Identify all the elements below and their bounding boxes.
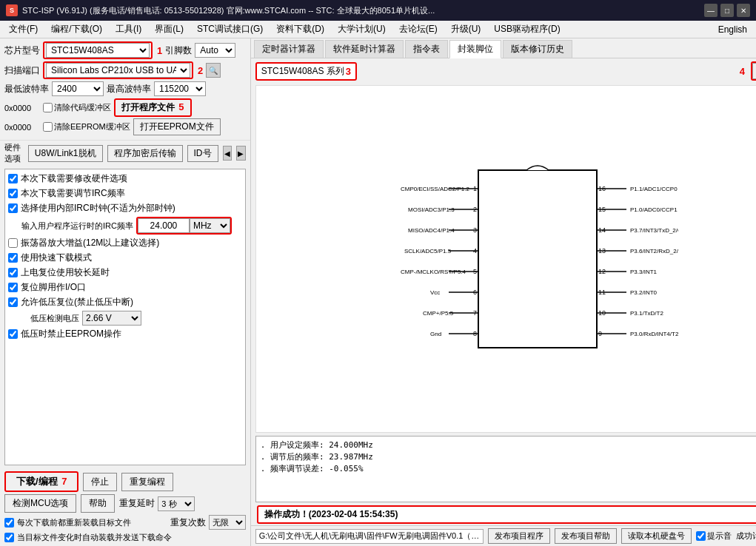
menu-english[interactable]: English xyxy=(712,23,753,36)
opt9-checkbox[interactable] xyxy=(8,329,18,339)
svg-text:MISO/ADC4/P1.4: MISO/ADC4/P1.4 xyxy=(408,227,455,234)
open-eeprom-button[interactable]: 打开EEPROM文件 xyxy=(133,118,221,135)
delay-select[interactable]: 3 秒 xyxy=(158,496,195,511)
svg-text:P3.3/INT1: P3.3/INT1 xyxy=(630,269,658,275)
status-row: 操作成功！(2023-02-04 15:54:35) 8 xyxy=(251,504,756,525)
clear-code-check[interactable]: 清除代码缓冲区 xyxy=(43,102,111,113)
freq-unit-select[interactable]: MHz xyxy=(190,218,230,233)
auto-reload-row: 当目标文件变化时自动装载并发送下载命令 xyxy=(4,532,246,543)
ic-diagram: 1 CMP0/ECI/SS/ADC2/P1.2 2 MOSI/ADC3/P1.3… xyxy=(255,85,756,433)
port-select[interactable]: Silicon Labs CP210x USB to UA xyxy=(46,63,190,78)
chip-selector-row: STC15W408AS 系列 3 4 SOP16 DIP16 xyxy=(251,58,756,84)
beep-check[interactable]: 提示音 xyxy=(696,530,732,542)
bottom-buttons: 下载/编程 7 停止 重复编程 检测MCU选项 帮助 重复延时 3 秒 xyxy=(0,468,250,546)
publish-project-button[interactable]: 发布项目程序 xyxy=(488,528,550,544)
clear-code-checkbox[interactable] xyxy=(43,103,53,112)
voltage-select[interactable]: 2.66 V xyxy=(82,311,141,326)
max-baud-label: 最高波特率 xyxy=(107,83,151,95)
help-button[interactable]: 帮助 xyxy=(81,494,115,513)
svg-text:Vcc: Vcc xyxy=(430,289,440,296)
chip-label: 芯片型号 xyxy=(4,44,40,57)
opt6-checkbox[interactable] xyxy=(8,268,18,277)
log-area[interactable]: . 用户设定频率: 24.000MHz . 调节后的频率: 23.987MHz … xyxy=(255,436,756,502)
maximize-button[interactable]: □ xyxy=(720,4,734,17)
reload-checkbox[interactable] xyxy=(4,518,14,528)
detect-mcu-button[interactable]: 检测MCU选项 xyxy=(4,494,76,513)
menu-file[interactable]: 文件(F) xyxy=(3,21,44,37)
minimize-button[interactable]: — xyxy=(704,4,717,17)
menu-debug[interactable]: STC调试接口(G) xyxy=(191,21,269,37)
chip-select-wrapper: STC15W408AS xyxy=(43,41,153,59)
opt4-checkbox[interactable] xyxy=(8,238,18,248)
window-controls: — □ ✕ xyxy=(704,4,750,17)
auto-reload-check[interactable]: 当目标文件变化时自动装载并发送下载命令 xyxy=(4,532,172,543)
hw-encrypt-button[interactable]: 程序加密后传输 xyxy=(107,145,183,162)
delay-row: 重复延时 3 秒 xyxy=(119,496,195,511)
reload-check[interactable]: 每次下载前都重新装载目标文件 xyxy=(4,517,131,528)
tab-instruct[interactable]: 指令表 xyxy=(405,40,448,58)
svg-text:MOSI/ADC3/P1.3: MOSI/ADC3/P1.3 xyxy=(408,206,455,213)
tab-package[interactable]: 封装脚位 xyxy=(449,40,501,58)
hw-right-button[interactable]: ▶ xyxy=(236,146,246,161)
svg-text:CMP-/MCLKO/RST/P5.4: CMP-/MCLKO/RST/P5.4 xyxy=(401,269,466,275)
status-message: 操作成功！(2023-02-04 15:54:35) xyxy=(257,505,756,524)
tab-timer[interactable]: 定时器计算器 xyxy=(254,40,324,58)
hardware-row: 硬件选项 U8W/Link1脱机 程序加密后传输 ID号 ◀ ▶ xyxy=(0,140,250,166)
svg-text:14: 14 xyxy=(598,226,606,234)
tab-version[interactable]: 版本修订历史 xyxy=(503,40,572,58)
clear-eeprom-checkbox[interactable] xyxy=(43,122,53,132)
menu-usb[interactable]: USB驱动程序(D) xyxy=(488,21,566,37)
auto-reload-checkbox[interactable] xyxy=(4,533,14,542)
svg-text:6: 6 xyxy=(473,289,477,296)
pins-select[interactable]: Auto xyxy=(195,43,235,58)
download-program-button[interactable]: 下载/编程 7 xyxy=(4,471,78,492)
menu-download[interactable]: 资料下载(D) xyxy=(270,21,330,37)
menu-university[interactable]: 大学计划(U) xyxy=(332,21,392,37)
menu-program[interactable]: 编程/下载(O) xyxy=(45,21,108,37)
option-3: 选择使用内部IRC时钟(不适为外部时钟) xyxy=(8,202,242,215)
option-6: 上电复位使用较长延时 xyxy=(8,266,242,279)
publish-help-button[interactable]: 发布项目帮助 xyxy=(555,528,617,544)
clear-eeprom-check[interactable]: 清除EEPROM缓冲区 xyxy=(43,121,130,132)
opt1-checkbox[interactable] xyxy=(8,174,18,183)
freq-input-wrapper: MHz xyxy=(136,217,232,235)
hw-left-button[interactable]: ◀ xyxy=(223,146,233,161)
min-baud-select[interactable]: 2400 xyxy=(52,81,104,96)
close-button[interactable]: ✕ xyxy=(737,4,750,17)
package-select-wrapper: SOP16 DIP16 xyxy=(751,61,756,81)
tab-bar: 定时器计算器 软件延时计算器 指令表 封装脚位 版本修订历史 ◀ ▶ xyxy=(251,38,756,58)
hw-u8w-button[interactable]: U8W/Link1脱机 xyxy=(28,145,103,162)
opt2-checkbox[interactable] xyxy=(8,189,18,198)
svg-text:P3.7/INT3/TxD_2/CCP:: P3.7/INT3/TxD_2/CCP: xyxy=(630,227,678,234)
port-scan-button[interactable]: 🔍 xyxy=(206,63,221,78)
freq-input[interactable] xyxy=(138,218,190,233)
package-select[interactable]: SOP16 DIP16 xyxy=(752,63,756,79)
svg-text:CMP0/ECI/SS/ADC2/P1.2: CMP0/ECI/SS/ADC2/P1.2 xyxy=(401,186,469,192)
open-program-button[interactable]: 打开程序文件 5 xyxy=(114,98,192,117)
menu-forum[interactable]: 去论坛(E) xyxy=(393,21,444,37)
opt5-checkbox[interactable] xyxy=(8,253,18,263)
opt3-checkbox[interactable] xyxy=(8,203,18,213)
menu-upgrade[interactable]: 升级(U) xyxy=(445,21,487,37)
beep-checkbox[interactable] xyxy=(696,531,706,541)
tab-swdelay[interactable]: 软件延时计算器 xyxy=(325,40,404,58)
option-9: 低压时禁止EEPROM操作 xyxy=(8,328,242,340)
read-disk-button[interactable]: 读取本机硬盘号 xyxy=(621,528,692,544)
svg-text:Gnd: Gnd xyxy=(430,331,441,337)
option-1: 本次下载需要修改硬件选项 xyxy=(8,172,242,185)
hw-id-button[interactable]: ID号 xyxy=(187,145,218,162)
opt7-checkbox[interactable] xyxy=(8,283,18,292)
stop-button[interactable]: 停止 xyxy=(83,473,117,491)
left-panel: 芯片型号 STC15W408AS 1 引脚数 Auto 扫描端口 Silicon… xyxy=(0,38,251,546)
count-select[interactable]: 无限 xyxy=(209,515,246,530)
svg-text:9: 9 xyxy=(598,330,602,337)
count-row: 重复次数 无限 xyxy=(170,515,246,530)
menu-interface[interactable]: 界面(L) xyxy=(149,21,190,37)
max-baud-select[interactable]: 115200 xyxy=(154,81,206,96)
chip-select[interactable]: STC15W408AS xyxy=(46,43,150,58)
app-icon: S xyxy=(6,4,18,16)
svg-text:5: 5 xyxy=(473,268,477,275)
reprogram-button[interactable]: 重复编程 xyxy=(121,473,173,491)
menu-tools[interactable]: 工具(I) xyxy=(110,21,147,37)
opt8-checkbox[interactable] xyxy=(8,297,18,307)
